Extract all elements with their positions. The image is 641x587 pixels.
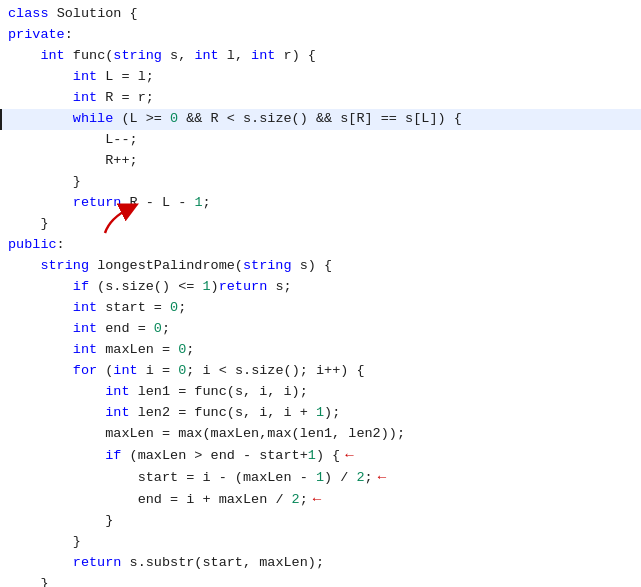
code-line: } (0, 214, 641, 235)
code-line: } (0, 172, 641, 193)
code-line: string longestPalindrome(string s) { (0, 256, 641, 277)
code-line: maxLen = max(maxLen,max(len1, len2)); (0, 424, 641, 445)
code-line: private: (0, 25, 641, 46)
code-line: } (0, 532, 641, 553)
code-line: int L = l; (0, 67, 641, 88)
code-line: while (L >= 0 && R < s.size() && s[R] ==… (0, 109, 641, 130)
code-line: int len1 = func(s, i, i); (0, 382, 641, 403)
code-line: } (0, 511, 641, 532)
arrow-icon: ← (313, 491, 321, 507)
code-line: public: (0, 235, 641, 256)
code-line: int end = 0; (0, 319, 641, 340)
code-editor: class Solution {private: int func(string… (0, 0, 641, 587)
code-line: return s.substr(start, maxLen); (0, 553, 641, 574)
code-line: } (0, 574, 641, 587)
code-line: int len2 = func(s, i, i + 1); (0, 403, 641, 424)
code-line: R++; (0, 151, 641, 172)
code-line: return R - L - 1; (0, 193, 641, 214)
code-line: class Solution { (0, 4, 641, 25)
code-line: L--; (0, 130, 641, 151)
code-line: if (maxLen > end - start+1) {← (0, 445, 641, 467)
code-line: end = i + maxLen / 2;← (0, 489, 641, 511)
code-line: start = i - (maxLen - 1) / 2;← (0, 467, 641, 489)
code-line: int func(string s, int l, int r) { (0, 46, 641, 67)
code-line: int maxLen = 0; (0, 340, 641, 361)
code-line: int R = r; (0, 88, 641, 109)
code-line: if (s.size() <= 1)return s; (0, 277, 641, 298)
code-line: for (int i = 0; i < s.size(); i++) { (0, 361, 641, 382)
arrow-icon: ← (345, 447, 353, 463)
arrow-icon: ← (378, 469, 386, 485)
code-line: int start = 0; (0, 298, 641, 319)
